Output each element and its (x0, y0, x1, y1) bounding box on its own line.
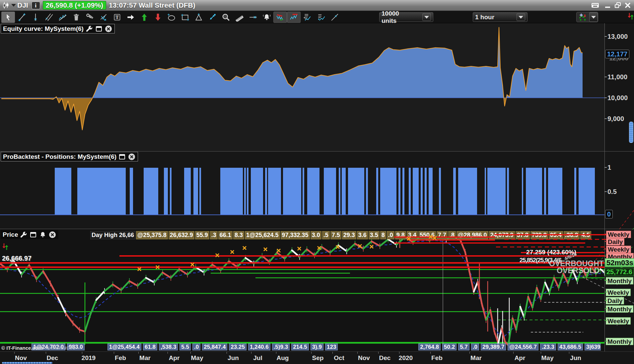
close-button[interactable] (623, 1, 633, 10)
trade-result-label: 5.7 (458, 343, 469, 350)
pattern-bullish-tool[interactable] (287, 12, 301, 23)
price-period-label-long: Weekly (606, 289, 631, 296)
month-label: May (541, 354, 554, 362)
close-icon[interactable] (128, 153, 136, 161)
ruler-tool[interactable] (233, 12, 246, 23)
arrow-up-tool[interactable] (137, 12, 151, 23)
trade-result-label: .5)9.3 (272, 343, 290, 350)
candlestick-icon[interactable] (2, 1, 10, 9)
equity-axis-label: 10,000 (607, 94, 628, 102)
alarm-tool[interactable] (260, 12, 273, 23)
price-axis-tick (604, 249, 607, 249)
ellipse-icon (168, 14, 175, 20)
horizontal-line-icon (249, 16, 257, 18)
rectangle-tool[interactable] (178, 12, 192, 23)
trade-result-label: 3|639.3 (585, 343, 601, 350)
order-level-label: 05.4 (549, 231, 563, 239)
horizontal-line-tool[interactable] (246, 12, 260, 23)
parallel-lines-tool[interactable] (42, 12, 56, 23)
trend-line-tool[interactable] (15, 12, 29, 23)
trade-label-strip: 1@24,702.0983.01@25,454.461.8,538.35.5.0… (32, 343, 601, 351)
wrench-icon[interactable] (20, 231, 28, 239)
month-tick (46, 352, 46, 354)
timeframe-dropdown[interactable]: 1 hour (473, 12, 528, 22)
semilog-line-tool[interactable] (328, 12, 341, 23)
units-dropdown-caret[interactable] (422, 13, 431, 21)
units-dropdown[interactable]: 10000 units (379, 12, 433, 22)
vertical-line-tool[interactable] (29, 12, 42, 23)
arrow-right-tool[interactable] (124, 12, 137, 23)
window-icon[interactable] (29, 231, 37, 239)
window-icon[interactable] (95, 25, 103, 33)
candle-countdown-timer: 52m03s (605, 258, 634, 267)
timeframe-dropdown-caret[interactable] (517, 13, 525, 21)
triangle-tool[interactable] (192, 12, 205, 23)
add-indicator-button[interactable] (576, 12, 598, 22)
info-icon[interactable]: i (32, 2, 40, 9)
zoom-tool-tool[interactable] (219, 12, 233, 23)
settings-tools-tool[interactable] (83, 12, 97, 23)
backtest-list-2-tool[interactable] (314, 12, 328, 23)
bell-icon[interactable] (39, 231, 47, 239)
price-change-badge: 26,590.8 (+1.09%) (43, 1, 106, 10)
svg-text:T: T (115, 15, 119, 20)
cursor-tool[interactable] (1, 12, 15, 23)
equity-panel-background (0, 23, 604, 151)
order-label-strip: Day High 26,66@25,375.826,632.955.9.366.… (90, 231, 599, 240)
window-icon[interactable] (118, 153, 126, 161)
text-tool-tool[interactable]: T (110, 12, 124, 23)
order-level-label: 29.3 (342, 231, 356, 239)
arrow-down-tool[interactable] (151, 12, 165, 23)
toolbar: T 10000 units 1 hour (0, 11, 634, 23)
resize-arrows-icon (210, 14, 215, 19)
trash-icon (74, 14, 79, 21)
time-axis[interactable]: NovDec2019FebMarAprMayJunJulAugSepOctNov… (0, 351, 634, 364)
keyboard-icon[interactable] (588, 1, 603, 10)
order-level-label: Day High 26,66 (90, 231, 135, 239)
backtest-list-1-tool[interactable] (301, 12, 314, 23)
trend-line-icon (18, 13, 26, 21)
restore-button[interactable] (613, 1, 623, 10)
arrow-up-icon (142, 14, 147, 21)
instrument-dropdown-caret[interactable] (11, 4, 16, 7)
order-level-label: 55.9 (195, 231, 209, 239)
month-tick (190, 352, 191, 354)
remove-drawings-tool[interactable] (97, 12, 110, 23)
zoom-tool-icon (223, 14, 229, 20)
price-period-label-long: Daily (606, 297, 624, 304)
ellipse-tool[interactable] (165, 12, 178, 23)
add-indicator-caret[interactable] (589, 12, 598, 22)
alarm-icon (263, 14, 270, 20)
order-level-label: 8.3 (233, 231, 244, 239)
settings-tools-icon (87, 14, 93, 19)
wrench-icon[interactable] (85, 25, 93, 33)
order-level-label: 3.4 (407, 231, 418, 239)
month-tick (513, 352, 514, 354)
equity-panel-title: Equity curve: MySystem(6) (1, 24, 115, 33)
month-tick (168, 352, 168, 354)
price-axis-tick (604, 341, 607, 341)
price-axis-tick (604, 241, 607, 242)
resize-arrows-tool[interactable] (205, 12, 219, 23)
month-label: Nov (358, 354, 370, 362)
month-label: Mar (470, 354, 482, 362)
pattern-bearish-tool[interactable] (273, 12, 287, 23)
month-label: Oct (334, 354, 344, 362)
order-level-label: 9.8 (395, 231, 406, 239)
trash-tool[interactable] (69, 12, 83, 23)
price-alerts-icon[interactable] (627, 12, 634, 20)
order-level-label: .5 (322, 231, 330, 239)
minimize-button[interactable] (603, 1, 613, 10)
order-level-label: .3 (210, 231, 218, 239)
vertical-scrollbar[interactable] (629, 122, 633, 143)
price-axis-tick (604, 320, 607, 321)
updown-mini-icon[interactable] (1, 243, 9, 252)
close-icon[interactable] (48, 231, 56, 239)
pattern-bearish-icon (277, 15, 283, 20)
horizontal-scrollbar[interactable] (2, 362, 52, 364)
close-icon[interactable] (105, 25, 112, 33)
order-level-label: @25,375.8 (136, 231, 168, 239)
fit-line-tool[interactable] (56, 12, 69, 23)
ruler-icon (235, 15, 244, 22)
month-tick (469, 352, 470, 354)
